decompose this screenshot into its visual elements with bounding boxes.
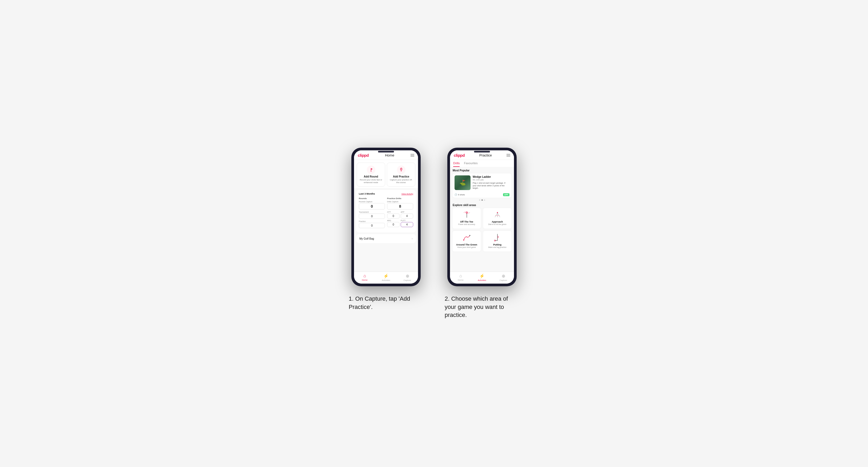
tee-icon xyxy=(461,210,472,219)
add-practice-card[interactable]: Add Practice Capture your practice off-t… xyxy=(387,163,415,187)
featured-card[interactable]: Wedge Ladder 50–100 yds Play 1 shot at e… xyxy=(452,173,512,198)
putt-value: 4 xyxy=(401,222,413,227)
skill-card-off-the-tee[interactable]: Off The Tee Power and accuracy xyxy=(452,208,481,229)
add-round-title: Add Round xyxy=(364,175,378,178)
phone-2-section: clippd Practice Drills Favourites Most P… xyxy=(445,148,519,319)
golf-bag-label: My Golf Bag xyxy=(359,237,374,240)
flag-icon xyxy=(369,167,373,172)
rounds-col-title: Rounds xyxy=(359,197,385,200)
add-practice-icon xyxy=(397,165,405,174)
skill-card-around-the-green[interactable]: Around The Green Hone your short game xyxy=(452,230,481,252)
phone2-capture-label: Capture xyxy=(500,279,507,281)
phone1-logo: clippd xyxy=(358,153,369,158)
view-activity-link[interactable]: View Activity xyxy=(401,193,413,195)
target-icon xyxy=(399,167,404,172)
rounds-capture-value: 0 xyxy=(359,203,385,210)
approach-svg xyxy=(492,210,502,219)
tabs-bar: Drills Favourites xyxy=(450,160,514,167)
shots-count: 9 shots xyxy=(458,193,465,196)
drills-col: Practice Drills Drills Capture 8 xyxy=(387,197,413,230)
stats-grid: Rounds Rounds Capture 0 Tournament xyxy=(359,197,413,230)
featured-title: Wedge Ladder xyxy=(473,176,509,178)
skill-card-approach[interactable]: Approach Dial-in to hit the green xyxy=(483,208,512,229)
putting-icon xyxy=(492,233,503,242)
tee-svg xyxy=(462,210,472,219)
approach-icon xyxy=(492,210,503,219)
explore-label: Explore skill areas xyxy=(450,202,514,208)
ott-label: OTT xyxy=(387,211,400,213)
capture-label: Capture xyxy=(404,279,411,281)
phone-2-shell: clippd Practice Drills Favourites Most P… xyxy=(447,148,517,286)
tournament-label: Tournament xyxy=(359,211,385,213)
rounds-capture-item: Rounds Capture 0 xyxy=(359,201,385,210)
atg-svg xyxy=(462,233,472,242)
drills-capture-label: Drills Capture xyxy=(387,201,413,203)
skill-card-putting[interactable]: Putting Make and lag practice xyxy=(483,230,512,252)
rounds-capture-label: Rounds Capture xyxy=(359,201,385,203)
app-label: APP xyxy=(401,211,413,213)
phone2-nav-activities[interactable]: ⚡ Activities xyxy=(471,274,493,281)
ott-app-row: OTT 0 APP 4 xyxy=(387,211,413,219)
featured-card-image xyxy=(455,176,470,190)
clock-icon: 🕐 xyxy=(455,193,457,196)
putt-item: PUTT 4 xyxy=(401,220,413,227)
add-round-card[interactable]: Add Round Record your shots fast or enha… xyxy=(357,163,385,187)
add-round-desc: Record your shots fast or enhanced mode xyxy=(359,179,383,184)
svg-point-11 xyxy=(469,235,470,236)
phone-1-section: clippd Home xyxy=(349,148,423,311)
approach-desc: Dial-in to hit the green xyxy=(488,223,506,225)
chevron-right-icon: › xyxy=(412,237,413,241)
nav-capture[interactable]: ⊕ Capture xyxy=(397,274,418,281)
phone2-hamburger-icon[interactable] xyxy=(506,154,510,157)
golf-bag-row[interactable]: My Golf Bag › xyxy=(356,234,416,243)
ott-item: OTT 0 xyxy=(387,211,400,219)
phone-2-screen: clippd Practice Drills Favourites Most P… xyxy=(450,150,514,284)
app-value: 4 xyxy=(401,214,413,219)
tournament-value: 0 xyxy=(359,214,385,219)
arg-putt-row: ARG 0 PUTT 4 xyxy=(387,220,413,227)
phone2-logo: clippd xyxy=(454,153,465,158)
featured-card-info: Wedge Ladder 50–100 yds Play 1 shot at e… xyxy=(473,176,509,190)
phone2-activities-label: Activities xyxy=(478,279,486,281)
phone1-header: clippd Home xyxy=(354,150,418,160)
phone2-bottom-nav: ⌂ Home ⚡ Activities ⊕ Capture xyxy=(450,272,514,284)
phone2-home-label: Home xyxy=(458,279,463,281)
page-container: clippd Home xyxy=(349,148,519,319)
home-label: Home xyxy=(362,279,367,281)
phone2-nav-home[interactable]: ⌂ Home xyxy=(450,274,471,281)
hamburger-icon[interactable] xyxy=(410,154,414,157)
drills-capture-item: Drills Capture 8 xyxy=(387,201,413,210)
approach-title: Approach xyxy=(492,220,503,223)
action-cards: Add Round Record your shots fast or enha… xyxy=(354,160,418,188)
phone2-header: clippd Practice xyxy=(450,150,514,160)
stats-section: Last 3 Months View Activity Rounds Round… xyxy=(356,190,416,232)
phone2-nav-capture[interactable]: ⊕ Capture xyxy=(493,274,514,281)
svg-point-1 xyxy=(370,171,372,172)
featured-desc: Play 1 shot at each target yardage. If y… xyxy=(473,182,509,189)
putting-svg xyxy=(492,233,502,242)
arg-value: 0 xyxy=(387,222,400,227)
ott-value: 0 xyxy=(387,214,400,219)
featured-yardage: 50–100 yds xyxy=(473,179,509,181)
stats-header: Last 3 Months View Activity xyxy=(359,192,413,195)
tab-drills[interactable]: Drills xyxy=(453,161,460,167)
nav-home[interactable]: ⌂ Home xyxy=(354,274,375,281)
nav-activities[interactable]: ⚡ Activities xyxy=(375,274,397,281)
svg-point-9 xyxy=(497,212,498,213)
add-practice-desc: Capture your practice off-the-course xyxy=(389,179,413,184)
app-badge: APP xyxy=(503,193,509,196)
arg-label: ARG xyxy=(387,220,400,221)
phone-1-screen: clippd Home xyxy=(354,150,418,284)
phone1-caption: 1. On Capture, tap 'Add Practice'. xyxy=(349,295,423,311)
tab-favourites[interactable]: Favourites xyxy=(464,161,477,167)
phone2-home-icon: ⌂ xyxy=(459,274,462,278)
shots-badge: 🕐 9 shots xyxy=(455,193,465,196)
phone1-title: Home xyxy=(385,153,394,157)
off-the-tee-desc: Power and accuracy xyxy=(458,223,475,225)
svg-point-10 xyxy=(463,240,464,241)
atg-desc: Hone your short game xyxy=(458,246,476,248)
phone2-content: Most Popular Wedge Ladder 50–100 yds Pla… xyxy=(450,167,514,272)
drills-capture-value: 8 xyxy=(387,203,413,210)
carousel-dots xyxy=(450,198,514,202)
dot-2 xyxy=(482,199,483,201)
